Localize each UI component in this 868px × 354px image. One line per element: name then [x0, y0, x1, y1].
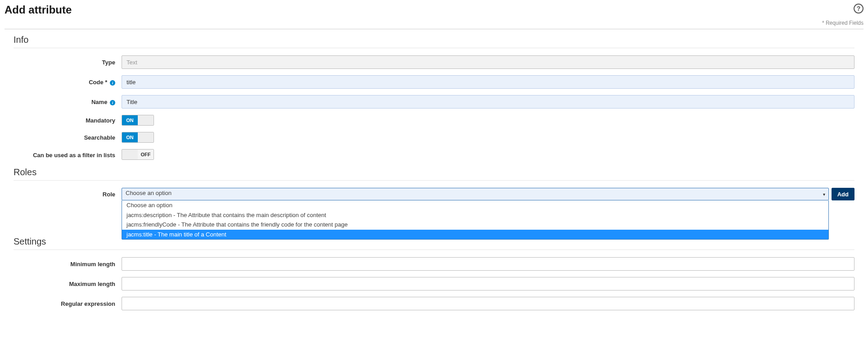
info-divider	[14, 48, 854, 48]
label-regex: Regular expression	[14, 300, 122, 307]
header-divider	[5, 29, 863, 29]
searchable-toggle[interactable]: ON	[122, 132, 154, 143]
settings-divider	[14, 250, 854, 250]
code-input[interactable]	[122, 75, 854, 89]
required-fields-note: * Required Fields	[5, 20, 863, 26]
label-minlen: Minimum length	[14, 261, 122, 268]
regex-input[interactable]	[122, 297, 854, 310]
section-title-info: Info	[14, 35, 854, 45]
role-option[interactable]: jacms:friendlyCode - The Attribute that …	[122, 220, 828, 230]
mandatory-toggle[interactable]: ON	[122, 115, 154, 126]
label-name: Name i	[14, 99, 122, 105]
toggle-off-label	[138, 132, 154, 142]
role-option[interactable]: Choose an option	[122, 200, 828, 210]
minlen-input[interactable]	[122, 257, 854, 271]
role-option[interactable]: jacms:description - The Attribute that c…	[122, 210, 828, 220]
label-role: Role	[14, 191, 122, 198]
label-maxlen: Maximum length	[14, 281, 122, 287]
toggle-off-label	[138, 115, 154, 125]
toggle-on-label: ON	[122, 132, 138, 142]
label-mandatory: Mandatory	[14, 117, 122, 124]
type-input	[122, 55, 854, 69]
help-icon[interactable]: ?	[854, 4, 863, 14]
info-icon[interactable]: i	[110, 100, 115, 105]
label-searchable: Searchable	[14, 134, 122, 141]
section-title-roles: Roles	[14, 167, 854, 177]
role-select[interactable]: Choose an option	[122, 188, 829, 200]
label-filter: Can be used as a filter in lists	[14, 152, 122, 159]
filter-toggle[interactable]: OFF	[122, 149, 154, 160]
role-dropdown[interactable]: Choose an optionjacms:description - The …	[122, 200, 829, 240]
name-input[interactable]	[122, 95, 854, 109]
role-option[interactable]: jacms:title - The main title of a Conten…	[122, 230, 828, 240]
info-icon[interactable]: i	[110, 80, 115, 86]
toggle-on-label	[122, 150, 138, 159]
label-type: Type	[14, 59, 122, 66]
toggle-off-label: OFF	[138, 150, 154, 159]
label-code: Code * i	[14, 79, 122, 86]
maxlen-input[interactable]	[122, 277, 854, 290]
toggle-on-label: ON	[122, 115, 138, 125]
roles-divider	[14, 180, 854, 181]
page-title: Add attribute	[5, 4, 72, 16]
add-role-button[interactable]: Add	[832, 188, 854, 200]
required-star: *	[105, 79, 107, 86]
